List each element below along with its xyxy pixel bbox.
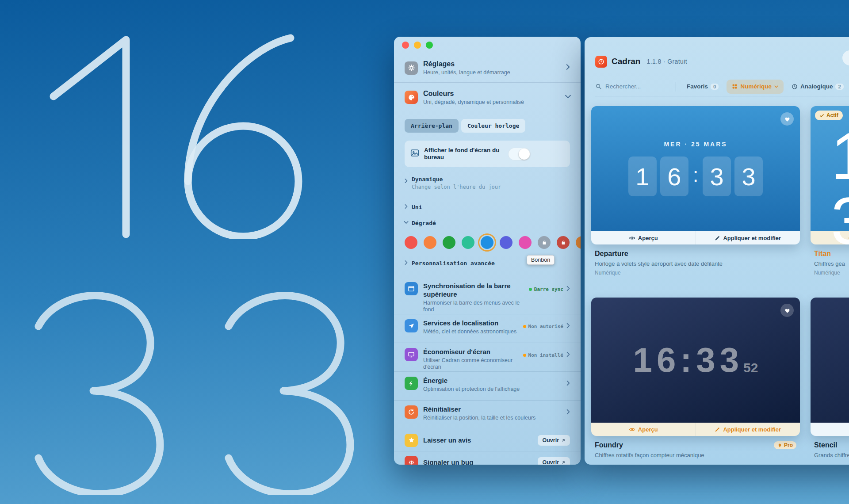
settings-row-bug[interactable]: Signaler un bug Ouvrir bbox=[394, 451, 581, 465]
chevron-down-icon bbox=[405, 219, 408, 227]
card-departure[interactable]: MER · 25 MARS 1 6 : 3 3 Aperçu bbox=[591, 106, 800, 244]
chevron-right-icon bbox=[405, 177, 408, 185]
segment-arriere-plan[interactable]: Arrière-plan bbox=[405, 119, 459, 133]
location-icon bbox=[405, 319, 418, 332]
chevron-down-icon bbox=[566, 93, 570, 102]
mode-label: Dégradé bbox=[412, 220, 436, 226]
app-icon bbox=[595, 56, 607, 68]
gradient-swatches bbox=[405, 236, 570, 249]
card-title: Departure bbox=[595, 250, 628, 258]
mode-uni[interactable]: Uni bbox=[405, 199, 570, 215]
tab-analogique[interactable]: Analogique 2 bbox=[786, 80, 849, 94]
card-meta: Stencil Grands chiffres bbox=[811, 441, 849, 458]
pencil-icon bbox=[715, 235, 720, 241]
settings-row-sync[interactable]: Synchronisation de la barre supérieure H… bbox=[394, 277, 581, 314]
row-subtitle: Harmoniser la barre des menus avec le fo… bbox=[423, 300, 524, 313]
card-description: Chiffres rotatifs façon compteur mécaniq… bbox=[595, 452, 796, 458]
segment-couleur-horloge[interactable]: Couleur horloge bbox=[461, 119, 525, 133]
preview-button[interactable]: Aperçu bbox=[591, 231, 696, 244]
toolbar-divider bbox=[676, 82, 676, 92]
chevron-right-icon bbox=[405, 259, 408, 267]
header-circle-button[interactable] bbox=[842, 50, 849, 65]
preview-giant-digits: 1 3 bbox=[831, 124, 849, 244]
chevron-right-icon bbox=[566, 285, 570, 293]
settings-row-couleurs[interactable]: Couleurs Uni, dégradé, dynamique et pers… bbox=[394, 83, 581, 112]
eye-icon bbox=[629, 426, 635, 433]
close-button[interactable] bbox=[402, 42, 409, 49]
background-clock-segmented: Arrière-plan Couleur horloge bbox=[405, 119, 570, 133]
color-swatch-locked-orange[interactable] bbox=[576, 236, 581, 249]
app-title: Cadran bbox=[612, 57, 640, 66]
card-stencil[interactable]: Aperçu Appliquer et modifier bbox=[811, 298, 849, 436]
search-field[interactable] bbox=[595, 83, 670, 90]
card-category: Numérique bbox=[814, 270, 849, 276]
tab-numerique[interactable]: Numérique bbox=[727, 80, 784, 94]
card-meta: Departure Horloge à volets style aéropor… bbox=[591, 250, 800, 276]
settings-window: Réglages Heure, unités, langue et démarr… bbox=[394, 37, 581, 465]
open-review-button[interactable]: Ouvrir bbox=[538, 435, 570, 446]
clock-icon bbox=[792, 84, 798, 90]
row-title: Énergie bbox=[423, 377, 447, 384]
color-swatch-vert[interactable] bbox=[443, 236, 455, 249]
mode-label: Dynamique bbox=[412, 176, 501, 183]
color-swatch-bleu-selected[interactable] bbox=[481, 236, 493, 249]
chevron-right-icon bbox=[566, 322, 570, 330]
card-preview bbox=[811, 298, 849, 423]
mode-degrade[interactable]: Dégradé bbox=[405, 215, 570, 231]
tab-favoris[interactable]: Favoris 0 bbox=[681, 80, 724, 94]
card-cell-departure: MER · 25 MARS 1 6 : 3 3 Aperçu bbox=[591, 106, 800, 276]
color-swatch-orange[interactable] bbox=[424, 236, 436, 249]
apply-button[interactable]: Appliquer et modifier bbox=[696, 423, 800, 436]
mode-dynamique[interactable]: Dynamique Change selon l'heure du jour bbox=[405, 176, 570, 199]
color-swatch-bonbon[interactable] bbox=[519, 236, 532, 249]
palette-icon bbox=[405, 91, 418, 104]
settings-row-avis[interactable]: Laisser un avis Ouvrir bbox=[394, 429, 581, 451]
external-arrow-icon bbox=[561, 438, 566, 443]
lock-icon bbox=[542, 240, 547, 245]
zoom-button[interactable] bbox=[426, 42, 433, 49]
preview-button[interactable]: Aperçu bbox=[591, 423, 696, 436]
card-preview: 16:33 52 bbox=[591, 298, 800, 423]
show-wallpaper-card: Afficher le fond d'écran du bureau bbox=[405, 141, 570, 167]
card-description: Chiffres géa bbox=[814, 260, 849, 267]
show-wallpaper-label: Afficher le fond d'écran du bureau bbox=[424, 147, 504, 161]
settings-row-economiseur[interactable]: Économiseur d'écran Utiliser Cadran comm… bbox=[394, 343, 581, 372]
card-title: Foundry bbox=[595, 441, 623, 449]
row-subtitle: Uni, dégradé, dynamique et personnalisé bbox=[423, 99, 561, 106]
favorite-button[interactable] bbox=[780, 112, 794, 126]
color-swatch-locked-gris[interactable] bbox=[538, 236, 551, 249]
menubar-icon bbox=[405, 282, 418, 295]
color-swatch-rouge[interactable] bbox=[405, 236, 417, 249]
active-badge: Actif bbox=[815, 111, 843, 120]
settings-row-reglages[interactable]: Réglages Heure, unités, langue et démarr… bbox=[394, 53, 581, 83]
chevron-right-icon bbox=[566, 380, 570, 388]
card-titan[interactable]: 1 3 Actif Aperçu Appliquer et modifier bbox=[811, 106, 849, 244]
external-arrow-icon bbox=[561, 460, 566, 465]
settings-row-reinitialiser[interactable]: Réinitialiser Réinitialiser la position,… bbox=[394, 401, 581, 429]
settings-row-energie[interactable]: Énergie Optimisation et protection de l'… bbox=[394, 372, 581, 401]
display-icon bbox=[405, 348, 418, 361]
card-cell-foundry: 16:33 52 Aperçu Appliquer et modifier bbox=[591, 298, 800, 458]
card-category: Numérique bbox=[595, 270, 796, 276]
wallpaper-toggle[interactable] bbox=[508, 148, 531, 160]
color-swatch-indigo[interactable] bbox=[500, 236, 512, 249]
card-foundry[interactable]: 16:33 52 Aperçu Appliquer et modifier bbox=[591, 298, 800, 436]
titlebar[interactable] bbox=[394, 37, 581, 53]
open-bug-report-button[interactable]: Ouvrir bbox=[538, 457, 570, 465]
chevron-right-icon bbox=[566, 409, 570, 416]
minimize-button[interactable] bbox=[414, 42, 421, 49]
color-swatch-menthe[interactable] bbox=[462, 236, 474, 249]
pencil-icon bbox=[715, 427, 720, 432]
row-subtitle: Météo, ciel et données astronomiques bbox=[423, 328, 518, 335]
search-icon bbox=[595, 83, 602, 90]
card-footer: Aperçu Appliquer et modifier bbox=[811, 423, 849, 436]
settings-row-localisation[interactable]: Services de localisation Météo, ciel et … bbox=[394, 314, 581, 343]
row-title: Signaler un bug bbox=[423, 458, 473, 465]
color-swatch-locked-rouge[interactable] bbox=[557, 236, 570, 249]
apply-button[interactable]: Appliquer et modifier bbox=[696, 231, 800, 244]
row-title: Réglages bbox=[423, 60, 455, 68]
favorite-button[interactable] bbox=[780, 304, 794, 317]
status-badge: Non installé bbox=[523, 352, 563, 358]
search-input[interactable] bbox=[605, 83, 663, 90]
preview-button[interactable]: Aperçu bbox=[811, 423, 849, 436]
